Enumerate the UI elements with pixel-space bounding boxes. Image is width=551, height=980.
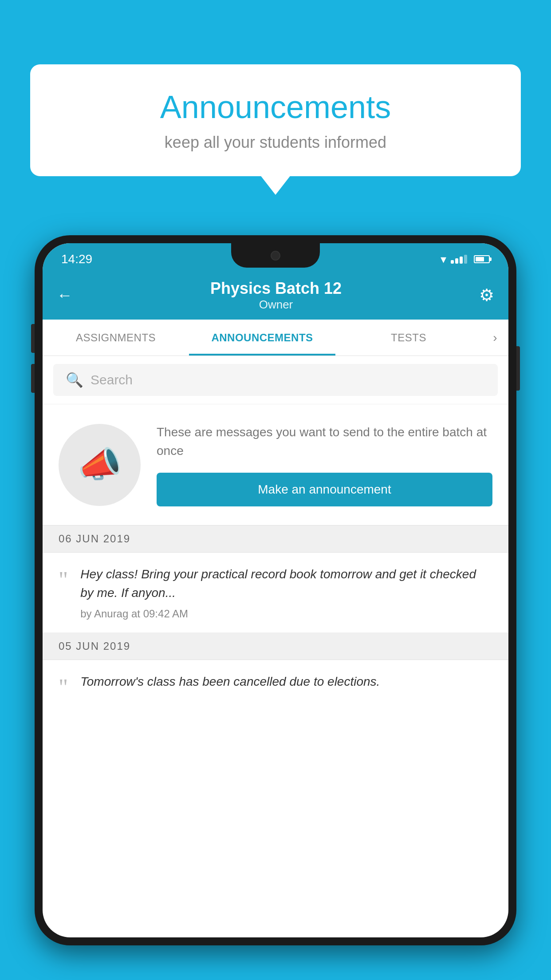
speech-bubble: Announcements keep all your students inf… <box>30 64 521 176</box>
announcement-message-1: Hey class! Bring your practical record b… <box>80 565 492 602</box>
speech-bubble-container: Announcements keep all your students inf… <box>30 64 521 176</box>
announcement-content-2: Tomorrow's class has been cancelled due … <box>80 672 492 696</box>
search-container: 🔍 Search <box>43 356 508 404</box>
announcement-empty-state: 📣 These are messages you want to send to… <box>43 404 508 526</box>
header-subtitle: Owner <box>73 298 479 312</box>
search-placeholder: Search <box>91 372 133 387</box>
phone-mockup: 14:29 ▾ ← Phys <box>35 235 516 980</box>
battery-fill <box>476 257 484 261</box>
quote-icon-2: " <box>59 676 68 699</box>
signal-bar-3 <box>460 257 463 264</box>
announcement-icon-circle: 📣 <box>59 424 141 506</box>
signal-bar-1 <box>451 260 454 264</box>
wifi-icon: ▾ <box>441 253 446 266</box>
header-title: Physics Batch 12 <box>73 279 479 298</box>
volume-up-button[interactable] <box>31 324 35 353</box>
make-announcement-button[interactable]: Make an announcement <box>157 473 492 506</box>
announcement-message-2: Tomorrow's class has been cancelled due … <box>80 672 492 691</box>
phone-outer: 14:29 ▾ ← Phys <box>35 235 516 945</box>
app-header: ← Physics Batch 12 Owner ⚙ <box>43 271 508 320</box>
signal-bar-4 <box>464 255 467 264</box>
tab-assignments[interactable]: ASSIGNMENTS <box>43 320 189 356</box>
megaphone-icon: 📣 <box>78 444 122 486</box>
search-icon: 🔍 <box>66 371 83 388</box>
speech-bubble-title: Announcements <box>57 89 494 125</box>
phone-screen: 14:29 ▾ ← Phys <box>43 243 508 937</box>
date-separator-2: 05 JUN 2019 <box>43 633 508 660</box>
tabs-bar: ASSIGNMENTS ANNOUNCEMENTS TESTS › <box>43 320 508 356</box>
quote-icon-1: " <box>59 569 68 592</box>
phone-notch <box>231 243 320 268</box>
volume-down-button[interactable] <box>31 364 35 393</box>
tab-tests[interactable]: TESTS <box>335 320 482 356</box>
signal-bar-2 <box>455 258 458 264</box>
phone-camera <box>271 251 280 261</box>
search-bar[interactable]: 🔍 Search <box>53 364 498 396</box>
back-button[interactable]: ← <box>57 286 73 304</box>
power-button[interactable] <box>516 346 520 391</box>
announcement-item-2[interactable]: " Tomorrow's class has been cancelled du… <box>43 660 508 711</box>
header-center: Physics Batch 12 Owner <box>73 279 479 312</box>
tab-more[interactable]: › <box>482 320 508 356</box>
status-time: 14:29 <box>61 252 92 266</box>
tab-announcements[interactable]: ANNOUNCEMENTS <box>189 320 335 356</box>
battery-icon <box>474 255 490 263</box>
signal-bars <box>451 255 467 264</box>
settings-icon[interactable]: ⚙ <box>479 285 494 305</box>
announcement-item-1[interactable]: " Hey class! Bring your practical record… <box>43 553 508 633</box>
announcement-empty-text: These are messages you want to send to t… <box>157 423 492 460</box>
announcement-meta-1: by Anurag at 09:42 AM <box>80 608 492 620</box>
announcement-content-1: Hey class! Bring your practical record b… <box>80 565 492 620</box>
date-separator-1: 06 JUN 2019 <box>43 526 508 553</box>
status-icons: ▾ <box>441 253 490 266</box>
speech-bubble-subtitle: keep all your students informed <box>57 133 494 152</box>
announcement-empty-right: These are messages you want to send to t… <box>157 423 492 506</box>
